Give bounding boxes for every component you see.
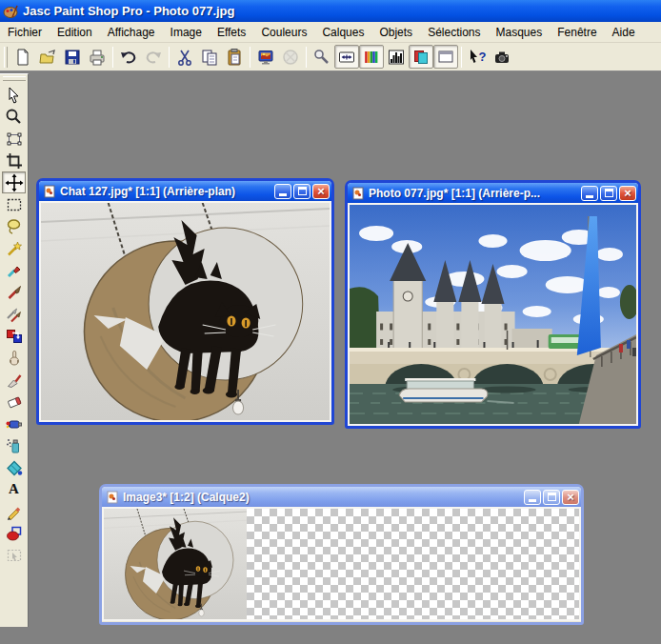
menubar: Fichier Edition Affichage Image Effets C… (0, 22, 661, 43)
menu-objets[interactable]: Objets (371, 23, 420, 42)
help-arrow-icon (469, 49, 479, 66)
new-button[interactable] (10, 45, 35, 69)
tool-freehand-selection[interactable] (2, 215, 26, 237)
maximize-button[interactable] (293, 184, 310, 199)
document-icon (351, 187, 365, 200)
tool-crop[interactable] (2, 150, 26, 171)
tool-arrow[interactable] (2, 84, 26, 106)
maximize-button[interactable] (543, 490, 560, 505)
tool-picture-tube[interactable] (2, 413, 26, 434)
scissors-icon (175, 48, 194, 67)
cut-button[interactable] (172, 45, 197, 69)
tool-deformation[interactable] (2, 128, 26, 150)
tool-selection[interactable] (2, 193, 26, 215)
paste-button[interactable] (222, 45, 247, 69)
copy-button[interactable] (197, 45, 222, 69)
tool-palette-grip[interactable] (3, 76, 26, 81)
clipboard-paste-icon (225, 48, 244, 67)
chat127-canvas[interactable] (41, 203, 330, 420)
object-selector-icon (5, 546, 24, 565)
undo-button[interactable] (116, 45, 141, 69)
toolbar-separator (250, 47, 250, 68)
maximize-button[interactable] (600, 186, 617, 201)
mover-icon (5, 173, 24, 192)
pencil-icon (5, 502, 24, 521)
close-button[interactable]: × (312, 184, 330, 199)
transparent-checkerboard[interactable] (247, 509, 579, 619)
menu-fichier[interactable]: Fichier (0, 23, 50, 42)
tool-eraser[interactable] (2, 391, 26, 413)
print-button[interactable] (85, 45, 110, 69)
save-floppy-icon (63, 48, 82, 67)
minimize-button[interactable] (274, 184, 291, 199)
image3-content (102, 507, 581, 621)
tool-object-selector[interactable] (2, 544, 26, 566)
copy-icon (200, 48, 219, 67)
toggle-color-palette-button[interactable] (359, 45, 384, 69)
close-button[interactable]: × (619, 186, 636, 201)
arrow-tool-icon (5, 86, 24, 105)
chat127-content (39, 201, 331, 422)
toggle-overview-button[interactable] (433, 45, 458, 69)
redo-icon (144, 48, 163, 67)
photo077-canvas[interactable] (350, 205, 636, 424)
toggle-tool-palette-button[interactable] (310, 45, 334, 69)
tool-text[interactable]: A (2, 478, 26, 500)
open-button[interactable] (35, 45, 60, 69)
text-tool-icon: A (9, 482, 19, 496)
tool-draw[interactable] (2, 500, 26, 522)
toggle-histogram-button[interactable] (384, 45, 409, 69)
eraser-icon (5, 392, 24, 412)
tool-dropper[interactable] (2, 259, 26, 281)
tool-paintbrush[interactable] (2, 281, 26, 303)
color-palette-icon (362, 48, 381, 67)
toolbar-grip[interactable] (4, 47, 8, 68)
menu-fenetre[interactable]: Fenêtre (550, 23, 604, 42)
menu-masques[interactable]: Masques (489, 23, 551, 42)
standard-toolbar: ? (0, 43, 661, 71)
menu-affichage[interactable]: Affichage (100, 23, 163, 42)
tool-airbrush[interactable] (2, 434, 26, 456)
tool-clone-brush[interactable] (2, 303, 26, 325)
layer-palette-icon (411, 48, 431, 67)
toolbar-separator (306, 47, 307, 68)
minimize-button[interactable] (581, 186, 598, 201)
image3-canvas[interactable] (104, 509, 247, 619)
help-question-glyph: ? (479, 50, 487, 64)
menu-calques[interactable]: Calques (314, 23, 371, 42)
tool-zoom[interactable] (2, 106, 26, 128)
redo-button[interactable] (141, 45, 166, 69)
new-file-icon (13, 48, 32, 67)
full-screen-preview-button[interactable] (253, 45, 278, 69)
menu-effets[interactable]: Effets (210, 23, 253, 42)
toggle-tool-options-button[interactable] (334, 45, 359, 69)
menu-image[interactable]: Image (163, 23, 210, 42)
menu-selections[interactable]: Sélections (420, 23, 488, 42)
tool-retouch[interactable] (2, 347, 26, 369)
minimize-button[interactable] (524, 490, 541, 505)
chat127-titlebar[interactable]: Chat 127.jpg* [1:1] (Arrière-plan) × (39, 181, 331, 201)
menu-edition[interactable]: Edition (50, 23, 100, 42)
document-icon (106, 491, 119, 504)
image3-titlebar[interactable]: Image3* [1:2] (Calque2) × (102, 487, 581, 507)
context-help-button[interactable]: ? (465, 45, 490, 69)
main-titlebar[interactable]: Jasc Paint Shop Pro - Photo 077.jpg (0, 0, 661, 22)
image-window-chat127: Chat 127.jpg* [1:1] (Arrière-plan) × (36, 178, 334, 425)
photo077-titlebar[interactable]: Photo 077.jpg* [1:1] (Arrière-p... × (348, 183, 638, 203)
tool-magic-wand[interactable] (2, 237, 26, 259)
dropper-icon (5, 261, 24, 280)
tool-preset-shapes[interactable] (2, 522, 26, 544)
tool-flood-fill[interactable] (2, 456, 26, 478)
toggle-layer-palette-button[interactable] (409, 45, 433, 69)
selection-marquee-icon (5, 195, 24, 214)
tool-color-replacer[interactable] (2, 325, 26, 347)
monitor-preview-icon (256, 48, 275, 67)
acquire-button[interactable] (278, 45, 303, 69)
menu-couleurs[interactable]: Couleurs (253, 23, 314, 42)
close-button[interactable]: × (562, 490, 579, 505)
save-button[interactable] (60, 45, 85, 69)
tool-scratch-remover[interactable] (2, 369, 26, 391)
tool-mover[interactable] (2, 171, 26, 193)
menu-aide[interactable]: Aide (605, 23, 643, 42)
screen-capture-button[interactable] (490, 45, 514, 69)
